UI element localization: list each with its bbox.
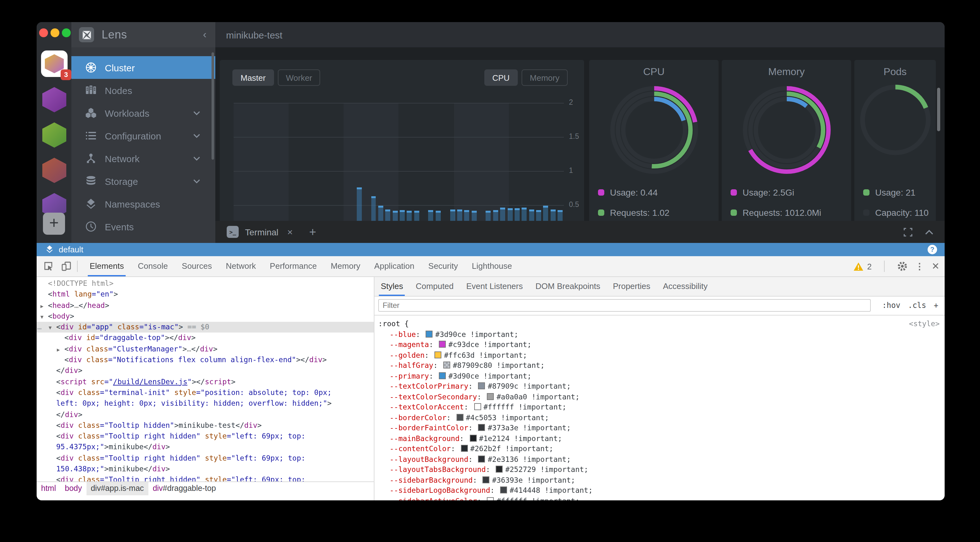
css-property[interactable]: --contentColor: #262b2f !important; — [374, 444, 945, 454]
collapse-arrow-icon[interactable]: ▼ — [40, 312, 44, 323]
devtools-tab-security[interactable]: Security — [422, 256, 465, 276]
styles-tab-event-listeners[interactable]: Event Listeners — [460, 277, 529, 296]
devtools-tab-console[interactable]: Console — [131, 256, 175, 276]
toggle-hov-button[interactable]: :hov — [882, 301, 900, 310]
zoom-window-button[interactable] — [62, 29, 71, 37]
color-swatch[interactable] — [478, 424, 485, 431]
css-property[interactable]: --golden: #ffc63d !important; — [374, 350, 945, 360]
css-property[interactable]: --layoutBackground: #2e3136 !important; — [374, 454, 945, 464]
node-tab-master[interactable]: Master — [232, 70, 274, 86]
css-property[interactable]: --textColorPrimary: #87909c !important; — [374, 381, 945, 391]
sidebar-item-cluster[interactable]: Cluster — [72, 56, 215, 79]
dom-tree-line[interactable]: ▼<body> — [37, 311, 374, 322]
styles-tab-computed[interactable]: Computed — [409, 277, 460, 296]
toggle-cls-button[interactable]: .cls — [908, 301, 926, 310]
cluster-icon[interactable] — [42, 87, 66, 112]
color-swatch[interactable] — [474, 403, 481, 410]
css-property[interactable]: --textColorAccent: #ffffff !important; — [374, 402, 945, 412]
chart-bar[interactable] — [407, 211, 412, 221]
style-source-link[interactable]: <style> — [909, 319, 940, 329]
dom-tree-line[interactable]: …▼<div id="app" class="is-mac"> == $0 — [37, 322, 374, 333]
css-rules[interactable]: :root { <style> --blue: #3d90ce !importa… — [374, 315, 945, 500]
metric-tab-cpu[interactable]: CPU — [484, 70, 518, 86]
dom-tree-line[interactable]: ▶<head>…</head> — [37, 300, 374, 311]
dom-tree-line[interactable]: <div class="Tooltip right hidden" style=… — [37, 453, 374, 464]
devtools-menu-icon[interactable]: ⋮ — [915, 261, 924, 271]
chart-bar[interactable] — [357, 187, 362, 221]
color-swatch[interactable] — [487, 393, 494, 400]
color-swatch[interactable] — [439, 372, 446, 379]
sidebar-item-workloads[interactable]: Workloads — [72, 101, 215, 124]
chart-bar[interactable] — [529, 209, 534, 221]
css-property[interactable]: --sidebarActiveColor: #ffffff !important… — [374, 496, 945, 500]
chart-bar[interactable] — [471, 211, 476, 221]
chart-bar[interactable] — [428, 210, 433, 221]
sidebar-item-events[interactable]: Events — [72, 215, 215, 238]
color-swatch[interactable] — [439, 341, 446, 348]
minimize-window-button[interactable] — [51, 29, 59, 37]
color-swatch[interactable] — [469, 434, 476, 441]
css-property[interactable]: --halfGray: #87909c80 !important; — [374, 360, 945, 371]
css-property[interactable]: --sidebarBackground: #36393e !important; — [374, 475, 945, 485]
close-terminal-icon[interactable]: × — [287, 227, 293, 237]
chart-bar[interactable] — [536, 210, 541, 221]
breadcrumb-item[interactable]: div#draggable-top — [148, 482, 220, 495]
chart-bar[interactable] — [515, 209, 520, 221]
sidebar-item-nodes[interactable]: Nodes — [72, 79, 215, 101]
devtools-tab-network[interactable]: Network — [219, 256, 262, 276]
chevron-up-icon[interactable] — [925, 229, 933, 235]
color-swatch[interactable] — [483, 476, 490, 483]
fullscreen-icon[interactable] — [904, 227, 912, 236]
dom-tree-line[interactable]: ▶<div class="ClusterManager">…</div> — [37, 344, 374, 355]
breadcrumb-item[interactable]: html — [37, 482, 60, 495]
css-property[interactable]: --blue: #3d90ce !important; — [374, 329, 945, 339]
chart-bar[interactable] — [400, 210, 405, 221]
expand-arrow-icon[interactable]: ▶ — [40, 301, 44, 312]
dom-tree-line[interactable]: <div id="draggable-top"></div> — [37, 333, 374, 344]
dom-tree-line[interactable]: <!DOCTYPE html> — [37, 278, 374, 289]
color-swatch[interactable] — [478, 382, 485, 389]
node-tab-worker[interactable]: Worker — [277, 70, 320, 86]
chart-bar[interactable] — [371, 196, 376, 221]
color-swatch[interactable] — [461, 445, 468, 452]
chart-bar[interactable] — [550, 209, 556, 221]
help-button[interactable]: ? — [928, 245, 937, 254]
dom-tree-line[interactable]: left: 0px; height: 0px; visibility: hidd… — [37, 398, 374, 409]
warning-icon[interactable] — [854, 262, 863, 270]
sidebar-item-configuration[interactable]: Configuration — [72, 124, 215, 147]
new-style-rule-button[interactable]: + — [934, 301, 938, 310]
chart-bar[interactable] — [500, 208, 505, 221]
devtools-tab-memory[interactable]: Memory — [324, 256, 367, 276]
close-window-button[interactable] — [39, 29, 48, 37]
color-swatch[interactable] — [496, 466, 503, 472]
more-actions-icon[interactable]: … — [37, 322, 41, 333]
terminal-tab[interactable]: Terminal — [245, 227, 278, 237]
dom-tree-line[interactable]: <script src="/build/LensDev.js"></script… — [37, 376, 374, 387]
dom-tree-line[interactable]: <div class="terminal-init" style="positi… — [37, 387, 374, 398]
new-terminal-button[interactable]: + — [309, 225, 316, 239]
dom-tree-line[interactable]: <div class="Tooltip hidden">minikube-tes… — [37, 420, 374, 431]
devtools-tab-application[interactable]: Application — [367, 256, 421, 276]
chart-bar[interactable] — [522, 208, 527, 221]
chart-bar[interactable] — [486, 211, 491, 221]
color-swatch[interactable] — [500, 487, 507, 493]
color-swatch[interactable] — [478, 455, 485, 462]
styles-tab-dom-breakpoints[interactable]: DOM Breakpoints — [529, 277, 606, 296]
color-swatch[interactable] — [487, 497, 494, 500]
devtools-settings-icon[interactable] — [897, 261, 908, 271]
chart-bar[interactable] — [393, 211, 398, 221]
styles-filter-input[interactable] — [378, 299, 871, 312]
styles-tab-accessibility[interactable]: Accessibility — [657, 277, 714, 296]
chart-bar[interactable] — [436, 211, 441, 221]
macos-window-controls[interactable] — [39, 29, 71, 37]
breadcrumb-item[interactable]: body — [60, 482, 86, 495]
color-swatch[interactable] — [426, 330, 433, 337]
sidebar-item-network[interactable]: Network — [72, 147, 215, 170]
devtools-close-icon[interactable]: ✕ — [932, 261, 940, 272]
chart-bar[interactable] — [558, 210, 563, 221]
namespace-select[interactable]: default — [59, 245, 83, 254]
chart-bar[interactable] — [450, 209, 455, 221]
sidebar-collapse-icon[interactable]: ‹ — [203, 29, 207, 41]
chart-bar[interactable] — [378, 206, 383, 221]
cluster-green-icon[interactable] — [42, 122, 66, 147]
